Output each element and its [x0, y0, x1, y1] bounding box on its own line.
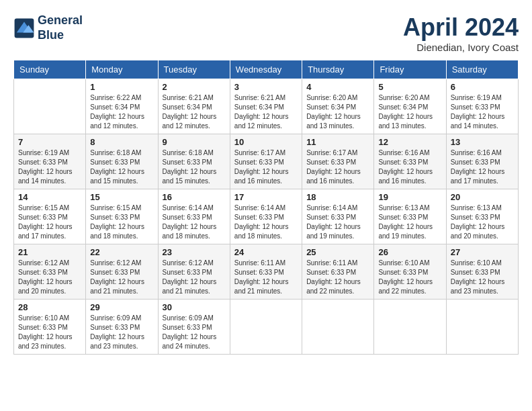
- day-info: Sunrise: 6:13 AM Sunset: 6:33 PM Dayligh…: [378, 203, 441, 241]
- day-info: Sunrise: 6:14 AM Sunset: 6:33 PM Dayligh…: [306, 203, 369, 241]
- weekday-header-monday: Monday: [86, 60, 158, 79]
- day-number: 3: [234, 82, 298, 92]
- day-number: 5: [378, 82, 441, 92]
- day-number: 15: [90, 192, 153, 202]
- day-number: 2: [163, 82, 226, 92]
- weekday-header-wednesday: Wednesday: [230, 60, 302, 79]
- calendar-cell: [374, 300, 446, 355]
- calendar-cell: [302, 300, 374, 355]
- day-info: Sunrise: 6:17 AM Sunset: 6:33 PM Dayligh…: [306, 148, 369, 186]
- calendar-table: SundayMondayTuesdayWednesdayThursdayFrid…: [13, 60, 519, 355]
- day-info: Sunrise: 6:18 AM Sunset: 6:33 PM Dayligh…: [90, 148, 153, 186]
- day-number: 16: [163, 192, 226, 202]
- day-number: 6: [451, 82, 514, 92]
- calendar-cell: 16Sunrise: 6:14 AM Sunset: 6:33 PM Dayli…: [158, 189, 230, 244]
- calendar-week-4: 21Sunrise: 6:12 AM Sunset: 6:33 PM Dayli…: [14, 244, 519, 300]
- calendar-cell: 3Sunrise: 6:21 AM Sunset: 6:34 PM Daylig…: [230, 79, 302, 134]
- day-number: 26: [378, 247, 441, 257]
- day-number: 25: [306, 247, 369, 257]
- day-info: Sunrise: 6:12 AM Sunset: 6:33 PM Dayligh…: [90, 259, 153, 296]
- day-number: 21: [18, 247, 81, 257]
- day-info: Sunrise: 6:11 AM Sunset: 6:33 PM Dayligh…: [306, 259, 369, 296]
- day-info: Sunrise: 6:19 AM Sunset: 6:33 PM Dayligh…: [18, 148, 81, 186]
- day-number: 29: [90, 302, 153, 312]
- calendar-cell: 26Sunrise: 6:10 AM Sunset: 6:33 PM Dayli…: [374, 244, 446, 300]
- calendar-cell: 25Sunrise: 6:11 AM Sunset: 6:33 PM Dayli…: [302, 244, 374, 300]
- day-number: 19: [378, 192, 441, 202]
- calendar-cell: 24Sunrise: 6:11 AM Sunset: 6:33 PM Dayli…: [230, 244, 302, 300]
- calendar-cell: [14, 79, 86, 134]
- weekday-header-sunday: Sunday: [14, 60, 86, 79]
- day-number: 18: [306, 192, 369, 202]
- day-number: 1: [90, 82, 153, 92]
- day-info: Sunrise: 6:09 AM Sunset: 6:33 PM Dayligh…: [163, 314, 226, 351]
- day-info: Sunrise: 6:11 AM Sunset: 6:33 PM Dayligh…: [234, 259, 298, 296]
- calendar-cell: 29Sunrise: 6:09 AM Sunset: 6:33 PM Dayli…: [86, 300, 158, 355]
- page-header: General Blue April 2024 Dienedian, Ivory…: [13, 13, 519, 53]
- day-number: 4: [306, 82, 369, 92]
- day-info: Sunrise: 6:14 AM Sunset: 6:33 PM Dayligh…: [163, 203, 226, 241]
- day-number: 24: [234, 247, 298, 257]
- day-info: Sunrise: 6:10 AM Sunset: 6:33 PM Dayligh…: [451, 259, 514, 296]
- day-info: Sunrise: 6:21 AM Sunset: 6:34 PM Dayligh…: [163, 93, 226, 131]
- day-info: Sunrise: 6:15 AM Sunset: 6:33 PM Dayligh…: [18, 203, 81, 241]
- day-info: Sunrise: 6:14 AM Sunset: 6:33 PM Dayligh…: [234, 203, 298, 241]
- day-info: Sunrise: 6:22 AM Sunset: 6:34 PM Dayligh…: [90, 93, 153, 131]
- calendar-cell: 23Sunrise: 6:12 AM Sunset: 6:33 PM Dayli…: [158, 244, 230, 300]
- calendar-cell: 11Sunrise: 6:17 AM Sunset: 6:33 PM Dayli…: [302, 134, 374, 189]
- weekday-header-friday: Friday: [374, 60, 446, 79]
- calendar-cell: 20Sunrise: 6:13 AM Sunset: 6:33 PM Dayli…: [446, 189, 518, 244]
- day-info: Sunrise: 6:10 AM Sunset: 6:33 PM Dayligh…: [18, 314, 81, 351]
- logo-text: General Blue: [38, 13, 83, 42]
- calendar-cell: 28Sunrise: 6:10 AM Sunset: 6:33 PM Dayli…: [14, 300, 86, 355]
- month-title: April 2024: [403, 13, 519, 42]
- day-number: 14: [18, 192, 81, 202]
- calendar-cell: 21Sunrise: 6:12 AM Sunset: 6:33 PM Dayli…: [14, 244, 86, 300]
- title-area: April 2024 Dienedian, Ivory Coast: [403, 13, 519, 53]
- day-number: 17: [234, 192, 298, 202]
- weekday-header-saturday: Saturday: [446, 60, 518, 79]
- location: Dienedian, Ivory Coast: [403, 42, 519, 53]
- day-info: Sunrise: 6:12 AM Sunset: 6:33 PM Dayligh…: [18, 259, 81, 296]
- day-number: 28: [18, 302, 81, 312]
- calendar-cell: 14Sunrise: 6:15 AM Sunset: 6:33 PM Dayli…: [14, 189, 86, 244]
- calendar-cell: 5Sunrise: 6:20 AM Sunset: 6:34 PM Daylig…: [374, 79, 446, 134]
- day-info: Sunrise: 6:17 AM Sunset: 6:33 PM Dayligh…: [234, 148, 298, 186]
- logo-icon: [13, 17, 35, 39]
- calendar-cell: 9Sunrise: 6:18 AM Sunset: 6:33 PM Daylig…: [158, 134, 230, 189]
- day-number: 13: [451, 137, 514, 147]
- day-number: 22: [90, 247, 153, 257]
- day-info: Sunrise: 6:10 AM Sunset: 6:33 PM Dayligh…: [378, 259, 441, 296]
- day-number: 8: [90, 137, 153, 147]
- day-info: Sunrise: 6:12 AM Sunset: 6:33 PM Dayligh…: [163, 259, 226, 296]
- day-number: 9: [163, 137, 226, 147]
- weekday-header-tuesday: Tuesday: [158, 60, 230, 79]
- calendar-cell: [446, 300, 518, 355]
- day-info: Sunrise: 6:16 AM Sunset: 6:33 PM Dayligh…: [378, 148, 441, 186]
- calendar-cell: 8Sunrise: 6:18 AM Sunset: 6:33 PM Daylig…: [86, 134, 158, 189]
- day-info: Sunrise: 6:09 AM Sunset: 6:33 PM Dayligh…: [90, 314, 153, 351]
- day-info: Sunrise: 6:20 AM Sunset: 6:34 PM Dayligh…: [306, 93, 369, 131]
- day-number: 30: [163, 302, 226, 312]
- calendar-cell: 15Sunrise: 6:15 AM Sunset: 6:33 PM Dayli…: [86, 189, 158, 244]
- day-number: 10: [234, 137, 298, 147]
- day-number: 27: [451, 247, 514, 257]
- day-number: 23: [163, 247, 226, 257]
- weekday-header-row: SundayMondayTuesdayWednesdayThursdayFrid…: [14, 60, 519, 79]
- calendar-cell: 18Sunrise: 6:14 AM Sunset: 6:33 PM Dayli…: [302, 189, 374, 244]
- calendar-cell: 7Sunrise: 6:19 AM Sunset: 6:33 PM Daylig…: [14, 134, 86, 189]
- calendar-cell: 1Sunrise: 6:22 AM Sunset: 6:34 PM Daylig…: [86, 79, 158, 134]
- weekday-header-thursday: Thursday: [302, 60, 374, 79]
- calendar-cell: 27Sunrise: 6:10 AM Sunset: 6:33 PM Dayli…: [446, 244, 518, 300]
- calendar-week-5: 28Sunrise: 6:10 AM Sunset: 6:33 PM Dayli…: [14, 300, 519, 355]
- calendar-cell: 19Sunrise: 6:13 AM Sunset: 6:33 PM Dayli…: [374, 189, 446, 244]
- calendar-week-1: 1Sunrise: 6:22 AM Sunset: 6:34 PM Daylig…: [14, 79, 519, 134]
- day-info: Sunrise: 6:18 AM Sunset: 6:33 PM Dayligh…: [163, 148, 226, 186]
- logo: General Blue: [13, 13, 83, 42]
- day-info: Sunrise: 6:21 AM Sunset: 6:34 PM Dayligh…: [234, 93, 298, 131]
- calendar-cell: 6Sunrise: 6:19 AM Sunset: 6:33 PM Daylig…: [446, 79, 518, 134]
- day-info: Sunrise: 6:16 AM Sunset: 6:33 PM Dayligh…: [451, 148, 514, 186]
- calendar-cell: 12Sunrise: 6:16 AM Sunset: 6:33 PM Dayli…: [374, 134, 446, 189]
- calendar-cell: 22Sunrise: 6:12 AM Sunset: 6:33 PM Dayli…: [86, 244, 158, 300]
- day-number: 11: [306, 137, 369, 147]
